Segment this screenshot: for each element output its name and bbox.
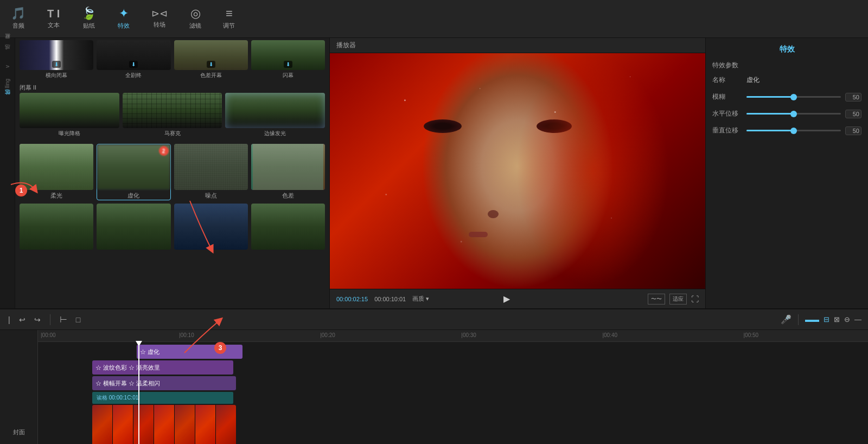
param-blur-label: 模糊 xyxy=(712,92,742,102)
timeline-right-tools: 🎤 ▬▬ ⊟ ⊠ ⊖ — xyxy=(781,314,861,325)
timeline-separator: | xyxy=(7,314,12,326)
effect-dark2[interactable] xyxy=(97,204,170,251)
hshift-slider-thumb[interactable] xyxy=(790,111,797,117)
blur-slider-thumb[interactable] xyxy=(790,94,797,100)
right-panel-title: 特效 xyxy=(712,45,861,54)
timeline-btn4[interactable]: ⊖ xyxy=(844,315,850,324)
play-button[interactable]: ▶ xyxy=(500,293,513,306)
effect-马赛克[interactable]: 马赛克 xyxy=(123,93,222,137)
preview-area: 播放器 00:00:02:15 00:00:10:01 画质 xyxy=(330,38,705,308)
param-name-row: 名称 虚化 xyxy=(712,75,861,85)
clip-虚化-label: ☆ 虚化 xyxy=(140,348,159,356)
effect-thumb-dark3 xyxy=(174,204,248,250)
timeline-btn2[interactable]: ⊟ xyxy=(824,315,829,324)
effect-全剧终[interactable]: ⬇ 全剧终 xyxy=(97,40,170,79)
track-effect-波纹: ☆ 波纹色彩 ☆ 渐亮效里 xyxy=(38,360,868,375)
effect-闪幕[interactable]: ⬇ 闪幕 xyxy=(251,40,325,79)
mic-icon[interactable]: 🎤 xyxy=(781,314,792,325)
timeline-tracks: ☆ 虚化 ☆ 波纹色彩 ☆ 渐亮效里 ☆ 横幅开幕 ☆ 温柔相闪 xyxy=(38,342,868,444)
hshift-slider-track[interactable] xyxy=(746,113,841,115)
toolbar-audio[interactable]: 🎵 音频 xyxy=(5,4,31,33)
timeline-btn5[interactable]: — xyxy=(854,315,861,324)
fullscreen-button[interactable]: ⛶ xyxy=(691,295,699,303)
param-name-label: 名称 xyxy=(712,75,742,85)
effect-dark4[interactable] xyxy=(251,204,325,251)
preview-controls: 00:00:02:15 00:00:10:01 画质 ▾ ▶ 〜〜 适应 ⛶ xyxy=(330,289,705,308)
clip-横幅开幕-label: ☆ 横幅开幕 ☆ 温柔相闪 xyxy=(95,379,160,388)
vshift-slider-thumb[interactable] xyxy=(790,128,797,134)
effect-dark1[interactable] xyxy=(20,204,93,251)
clip-横幅开幕[interactable]: ☆ 横幅开幕 ☆ 温柔相闪 xyxy=(92,376,236,390)
effect-thumb-虚化: 2 xyxy=(97,144,170,190)
toolbar-adjust[interactable]: ≡ 调节 xyxy=(218,4,240,33)
mouth-hint xyxy=(469,232,488,237)
effects-grid-container: 柔光 2 虚化 噪点 xyxy=(15,139,329,308)
split-button[interactable]: ⊢ xyxy=(58,313,69,326)
param-hshift-label: 水平位移 xyxy=(712,109,742,118)
transitions-icon: ⊳⊲ xyxy=(151,9,168,18)
sparkles xyxy=(330,53,705,289)
video-frames-container[interactable] xyxy=(92,405,236,444)
quality-button[interactable]: 画质 ▾ xyxy=(412,295,429,303)
effect-label-全剧终: 全剧终 xyxy=(125,72,142,79)
track-video-frames xyxy=(38,405,868,444)
sidebar-v[interactable]: v xyxy=(4,65,10,68)
vshift-slider-fill xyxy=(746,130,794,131)
ruler-mark-5: |00:50 xyxy=(744,332,759,338)
filters-icon: ◎ xyxy=(190,8,201,20)
timeline-toolbar: | ↩ ↪ ⊢ □ 🎤 ▬▬ ⊟ ⊠ ⊖ — xyxy=(0,309,868,330)
toolbar-filters[interactable]: ◎ 滤镜 xyxy=(184,4,207,33)
effect-曝光降格[interactable]: 曝光降格 xyxy=(20,93,119,137)
timeline-ruler: |00:00 |00:10 |00:20 |00:30 |00:40 |00:5… xyxy=(38,330,868,342)
effect-thumb-色差开幕: ⬇ xyxy=(174,40,248,70)
download-badge-4: ⬇ xyxy=(284,61,292,68)
effect-thumb-横向闭幕: ⬇ xyxy=(20,40,93,70)
fit-button[interactable]: 适应 xyxy=(669,294,687,305)
ruler-mark-2: |00:20 xyxy=(320,332,335,338)
effect-边缘发光[interactable]: 边缘发光 xyxy=(225,93,325,137)
preview-right-controls: 〜〜 适应 ⛶ xyxy=(648,294,699,305)
clip-虚化[interactable]: ☆ 虚化 xyxy=(137,345,242,359)
timeline-btn3[interactable]: ⊠ xyxy=(834,315,840,324)
sticker-icon: 🍃 xyxy=(81,8,96,20)
effect-柔光[interactable]: 柔光 xyxy=(20,144,93,200)
effect-thumb-dark2 xyxy=(97,204,170,250)
download-badge-3: ⬇ xyxy=(207,61,215,68)
preview-video xyxy=(330,53,705,289)
param-vshift-value: 50 xyxy=(845,126,861,135)
effect-色差[interactable]: 色差 xyxy=(251,144,325,200)
param-blur-row: 模糊 50 xyxy=(712,92,861,102)
frame-6 xyxy=(195,405,216,444)
blur-slider-track[interactable] xyxy=(746,96,841,98)
effect-label-马赛克: 马赛克 xyxy=(164,130,181,137)
toolbar-text[interactable]: T I 文本 xyxy=(42,5,65,33)
effect-thumb-噪点 xyxy=(174,144,248,190)
left-sidebar: 素材 感 v lling 综艺 xyxy=(0,38,15,308)
toolbar-effects[interactable]: ✦ 特效 xyxy=(112,4,135,33)
effect-dark3[interactable] xyxy=(174,204,248,251)
waveform-icon[interactable]: 〜〜 xyxy=(648,294,665,305)
badge-3: 3 xyxy=(214,342,226,354)
param-name-value: 虚化 xyxy=(746,75,760,85)
toolbar-filters-label: 滤镜 xyxy=(189,22,201,30)
effect-label-边缘发光: 边缘发光 xyxy=(264,130,286,137)
effect-横向闭幕[interactable]: ⬇ 横向闭幕 xyxy=(20,40,93,79)
undo-button[interactable]: ↩ xyxy=(17,314,27,326)
timeline-btn1[interactable]: ▬▬ xyxy=(805,315,819,324)
effect-色差开幕[interactable]: ⬇ 色差开幕 xyxy=(174,40,248,79)
audio-icon: 🎵 xyxy=(11,8,25,20)
vshift-slider-track[interactable] xyxy=(746,130,841,131)
toolbar-sticker[interactable]: 🍃 贴纸 xyxy=(76,4,101,33)
toolbar-transitions[interactable]: ⊳⊲ 转场 xyxy=(146,5,173,32)
ruler-mark-4: |00:40 xyxy=(602,332,617,338)
effect-噪点[interactable]: 噪点 xyxy=(174,144,248,200)
sidebar-lling[interactable]: lling xyxy=(4,79,10,88)
delete-button[interactable]: □ xyxy=(74,314,82,326)
track-effect-横幅: ☆ 横幅开幕 ☆ 温柔相闪 xyxy=(38,376,868,390)
clip-波纹色彩[interactable]: ☆ 波纹色彩 ☆ 渐亮效里 xyxy=(92,360,233,375)
effect-thumb-柔光 xyxy=(20,144,93,190)
effect-虚化[interactable]: 2 虚化 xyxy=(97,144,170,200)
redo-button[interactable]: ↪ xyxy=(33,314,42,326)
ruler-mark-3: |00:30 xyxy=(461,332,476,338)
preview-header: 播放器 xyxy=(330,38,705,53)
